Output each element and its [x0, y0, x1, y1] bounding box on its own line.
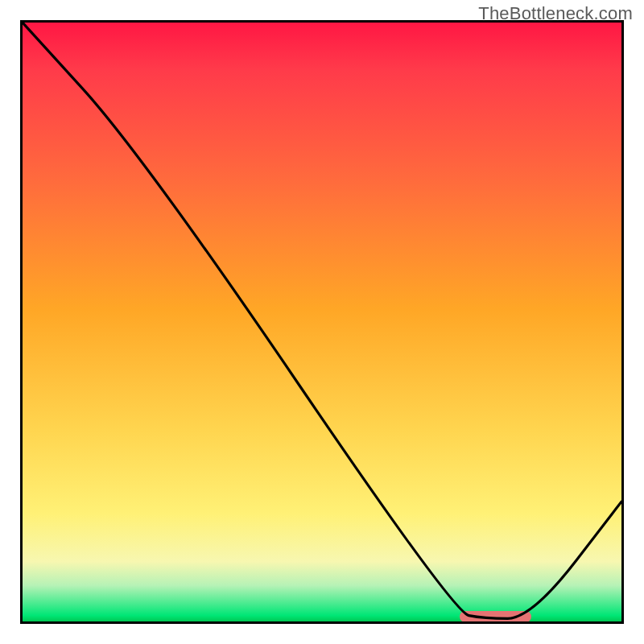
chart-frame — [20, 20, 624, 624]
bottleneck-curve — [23, 23, 621, 621]
